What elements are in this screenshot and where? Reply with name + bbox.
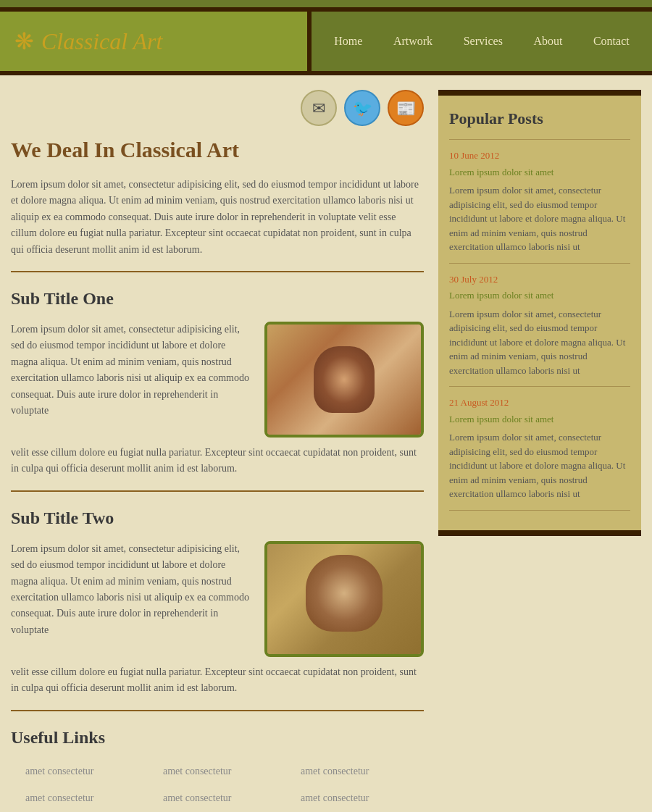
section1-content-block: Lorem ipsum dolor sit amet, consectetur … — [11, 322, 424, 438]
nav-services[interactable]: Services — [456, 29, 510, 54]
link-item-4[interactable]: amet consectetur — [149, 787, 286, 808]
section-divider-1 — [11, 271, 424, 272]
link-item-0[interactable]: amet consectetur — [11, 761, 149, 782]
post-entry-1: 30 July 2012Lorem ipsum dolor sit ametLo… — [449, 272, 630, 378]
top-stripe — [0, 0, 652, 7]
section1-image — [264, 322, 424, 438]
section1-full-text: velit esse cillum dolore eu fugiat nulla… — [11, 445, 424, 477]
section-divider-3 — [11, 710, 424, 711]
logo-icon: ❋ — [14, 24, 34, 59]
post-date-0: 10 June 2012 — [449, 148, 630, 163]
page-title: We Deal In Classical Art — [11, 133, 424, 166]
posts-container: 10 June 2012Lorem ipsum dolor sit ametLo… — [449, 148, 630, 511]
section2-full-text: velit esse cillum dolore eu fugiat nulla… — [11, 664, 424, 697]
nav-home[interactable]: Home — [327, 29, 369, 54]
feed-icon: 📰 — [396, 96, 416, 120]
section2-title: Sub Title Two — [11, 505, 424, 531]
section1-text: Lorem ipsum dolor sit amet, consectetur … — [11, 322, 254, 438]
post-link-title-2[interactable]: Lorem ipsum dolor sit amet — [449, 412, 630, 427]
post-divider-after-1 — [449, 386, 630, 387]
link-item-1[interactable]: amet consectetur — [149, 761, 286, 782]
post-link-title-1[interactable]: Lorem ipsum dolor sit amet — [449, 288, 630, 303]
link-item-2[interactable]: amet consectetur — [286, 761, 424, 782]
intro-paragraph: Lorem ipsum dolor sit amet, consectetur … — [11, 177, 424, 258]
section2-image — [264, 541, 424, 657]
section-divider-2 — [11, 490, 424, 492]
post-divider-0 — [449, 139, 630, 140]
logo-area: ❋ Classical Art — [0, 12, 312, 71]
main-nav: Home Artwork Services About Contact — [312, 12, 652, 71]
post-excerpt-2: Lorem ipsum dolor sit amet, consectetur … — [449, 430, 630, 501]
links-grid: amet consecteturamet consecteturamet con… — [11, 761, 424, 808]
social-row: ✉ 🐦 📰 — [11, 90, 424, 126]
post-divider-after-2 — [449, 510, 630, 511]
post-excerpt-0: Lorem ipsum dolor sit amet, consectetur … — [449, 183, 630, 254]
sidebar: Popular Posts 10 June 2012Lorem ipsum do… — [438, 90, 641, 808]
post-link-title-0[interactable]: Lorem ipsum dolor sit amet — [449, 165, 630, 180]
post-date-1: 30 July 2012 — [449, 272, 630, 287]
twitter-icon: 🐦 — [353, 96, 372, 120]
nav-about[interactable]: About — [526, 29, 569, 54]
painting1 — [267, 325, 421, 435]
site-header: ❋ Classical Art Home Artwork Services Ab… — [0, 12, 652, 75]
link-item-3[interactable]: amet consectetur — [11, 787, 149, 808]
popular-posts-title: Popular Posts — [449, 106, 630, 130]
main-content: ✉ 🐦 📰 We Deal In Classical Art Lorem ips… — [11, 90, 424, 808]
painting2 — [267, 544, 421, 654]
post-entry-0: 10 June 2012Lorem ipsum dolor sit ametLo… — [449, 148, 630, 254]
section1-title: Sub Title One — [11, 285, 424, 311]
popular-posts-box: Popular Posts 10 June 2012Lorem ipsum do… — [438, 90, 641, 536]
nav-artwork[interactable]: Artwork — [386, 29, 440, 54]
logo-text: Classical Art — [41, 24, 162, 59]
section2-content-block: Lorem ipsum dolor sit amet, consectetur … — [11, 541, 424, 657]
post-date-2: 21 August 2012 — [449, 395, 630, 410]
section2-text: Lorem ipsum dolor sit amet, consectetur … — [11, 541, 254, 657]
useful-links-title: Useful Links — [11, 724, 424, 750]
email-icon: ✉ — [312, 96, 325, 120]
nav-contact[interactable]: Contact — [586, 29, 637, 54]
post-excerpt-1: Lorem ipsum dolor sit amet, consectetur … — [449, 307, 630, 378]
link-item-5[interactable]: amet consectetur — [286, 787, 424, 808]
email-social-icon[interactable]: ✉ — [301, 90, 337, 126]
twitter-social-icon[interactable]: 🐦 — [344, 90, 380, 126]
post-divider-after-0 — [449, 263, 630, 264]
feed-social-icon[interactable]: 📰 — [388, 90, 424, 126]
post-entry-2: 21 August 2012Lorem ipsum dolor sit amet… — [449, 395, 630, 501]
main-wrapper: ✉ 🐦 📰 We Deal In Classical Art Lorem ips… — [0, 75, 652, 812]
